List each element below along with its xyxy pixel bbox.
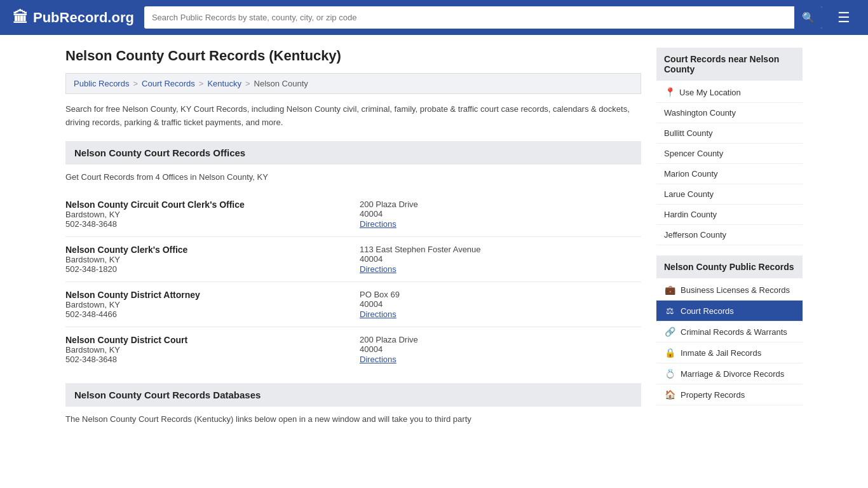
search-input[interactable] xyxy=(144,8,794,27)
public-3-label: Inmate & Jail Records xyxy=(681,348,761,358)
county-2-label: Spencer County xyxy=(664,149,723,158)
county-1-label: Bullitt County xyxy=(664,128,713,138)
office-4-address: 200 Plaza Drive xyxy=(360,335,641,344)
office-entry-3: Nelson County District Attorney Bardstow… xyxy=(65,282,641,327)
nearby-section-header: Court Records near Nelson County xyxy=(656,48,803,81)
public-2-label: Criminal Records & Warrants xyxy=(681,327,787,337)
databases-description: The Nelson County Court Records (Kentuck… xyxy=(65,414,641,424)
breadcrumb-public-records[interactable]: Public Records xyxy=(74,79,129,88)
office-1-city: Bardstown, KY xyxy=(65,210,347,219)
public-5-label: Property Records xyxy=(681,390,745,400)
office-3-phone: 502-348-4466 xyxy=(65,309,347,319)
site-header: 🏛 PubRecord.org 🔍 ☰ xyxy=(0,0,868,35)
sidebar-public-5[interactable]: 🏠 Property Records xyxy=(656,384,803,405)
ring-icon: 💍 xyxy=(664,369,675,379)
breadcrumb-nelson-county: Nelson County xyxy=(254,79,308,88)
office-1-address: 200 Plaza Drive xyxy=(360,200,641,209)
office-4-zip: 40004 xyxy=(360,344,641,354)
use-location-label: Use My Location xyxy=(679,88,741,97)
office-3-city: Bardstown, KY xyxy=(65,300,347,309)
county-5-label: Hardin County xyxy=(664,210,717,219)
office-4-name: Nelson County District Court xyxy=(65,335,347,345)
office-4-directions[interactable]: Directions xyxy=(360,355,397,364)
sidebar-county-3[interactable]: Marion County xyxy=(656,164,803,184)
sidebar-public-3[interactable]: 🔒 Inmate & Jail Records xyxy=(656,342,803,363)
offices-list: Nelson County Circuit Court Clerk's Offi… xyxy=(65,192,641,372)
search-bar: 🔍 xyxy=(144,6,822,29)
county-0-label: Washington County xyxy=(664,108,736,118)
office-2-name: Nelson County Clerk's Office xyxy=(65,245,347,255)
breadcrumb-sep-2: > xyxy=(199,79,204,88)
public-4-label: Marriage & Divorce Records xyxy=(681,369,784,379)
main-container: Nelson County Court Records (Kentucky) P… xyxy=(53,35,815,447)
page-title: Nelson County Court Records (Kentucky) xyxy=(65,48,641,64)
content-area: Nelson County Court Records (Kentucky) P… xyxy=(65,48,641,434)
public-records-section: Nelson County Public Records 💼 Business … xyxy=(656,255,803,405)
sidebar-county-4[interactable]: Larue County xyxy=(656,184,803,205)
sidebar-public-2[interactable]: 🔗 Criminal Records & Warrants xyxy=(656,322,803,342)
sidebar-county-0[interactable]: Washington County xyxy=(656,103,803,123)
sidebar: Court Records near Nelson County 📍 Use M… xyxy=(656,48,803,434)
sidebar-county-6[interactable]: Jefferson County xyxy=(656,225,803,245)
office-entry-4: Nelson County District Court Bardstown, … xyxy=(65,327,641,372)
office-3-directions[interactable]: Directions xyxy=(360,309,397,319)
county-6-label: Jefferson County xyxy=(664,230,726,240)
use-my-location[interactable]: 📍 Use My Location xyxy=(656,82,803,103)
office-1-directions[interactable]: Directions xyxy=(360,219,397,229)
office-2-directions[interactable]: Directions xyxy=(360,264,397,274)
sidebar-county-5[interactable]: Hardin County xyxy=(656,205,803,225)
scales-icon: ⚖ xyxy=(664,306,675,316)
breadcrumb-sep-3: > xyxy=(245,79,250,88)
sidebar-public-4[interactable]: 💍 Marriage & Divorce Records xyxy=(656,363,803,384)
page-description: Search for free Nelson County, KY Court … xyxy=(65,103,641,130)
site-logo[interactable]: 🏛 PubRecord.org xyxy=(13,9,134,27)
sidebar-public-1[interactable]: ⚖ Court Records xyxy=(656,301,803,322)
public-records-header: Nelson County Public Records xyxy=(656,255,803,278)
offices-section-header: Nelson County Court Records Offices xyxy=(65,141,641,165)
public-0-label: Business Licenses & Records xyxy=(681,285,790,295)
logo-text: PubRecord.org xyxy=(33,10,134,26)
office-entry-2: Nelson County Clerk's Office Bardstown, … xyxy=(65,237,641,282)
sidebar-public-0[interactable]: 💼 Business Licenses & Records xyxy=(656,280,803,301)
breadcrumb: Public Records > Court Records > Kentuck… xyxy=(65,73,641,94)
office-2-zip: 40004 xyxy=(360,254,641,264)
sidebar-county-2[interactable]: Spencer County xyxy=(656,144,803,164)
home-icon: 🏠 xyxy=(664,390,675,400)
public-1-label: Court Records xyxy=(681,306,734,316)
office-3-zip: 40004 xyxy=(360,299,641,309)
office-2-phone: 502-348-1820 xyxy=(65,264,347,274)
breadcrumb-court-records[interactable]: Court Records xyxy=(142,79,195,88)
office-1-name: Nelson County Circuit Court Clerk's Offi… xyxy=(65,200,347,210)
office-3-name: Nelson County District Attorney xyxy=(65,290,347,300)
office-4-phone: 502-348-3648 xyxy=(65,355,347,364)
databases-section-header: Nelson County Court Records Databases xyxy=(65,383,641,407)
sidebar-county-1[interactable]: Bullitt County xyxy=(656,123,803,144)
office-3-address: PO Box 69 xyxy=(360,290,641,299)
office-1-zip: 40004 xyxy=(360,209,641,219)
county-3-label: Marion County xyxy=(664,169,718,179)
logo-icon: 🏛 xyxy=(13,9,28,27)
office-2-address: 113 East Stephen Foster Avenue xyxy=(360,245,641,254)
breadcrumb-sep-1: > xyxy=(133,79,138,88)
county-4-label: Larue County xyxy=(664,189,714,199)
offices-count: Get Court Records from 4 Offices in Nels… xyxy=(65,172,641,182)
lock-icon: 🔒 xyxy=(664,348,675,358)
link-icon: 🔗 xyxy=(664,327,675,337)
search-button[interactable]: 🔍 xyxy=(794,6,822,29)
office-4-city: Bardstown, KY xyxy=(65,345,347,355)
location-icon: 📍 xyxy=(664,87,675,97)
office-2-city: Bardstown, KY xyxy=(65,255,347,264)
briefcase-icon: 💼 xyxy=(664,285,675,295)
menu-button[interactable]: ☰ xyxy=(832,7,855,29)
office-1-phone: 502-348-3648 xyxy=(65,219,347,229)
office-entry-1: Nelson County Circuit Court Clerk's Offi… xyxy=(65,192,641,237)
breadcrumb-kentucky[interactable]: Kentucky xyxy=(207,79,241,88)
